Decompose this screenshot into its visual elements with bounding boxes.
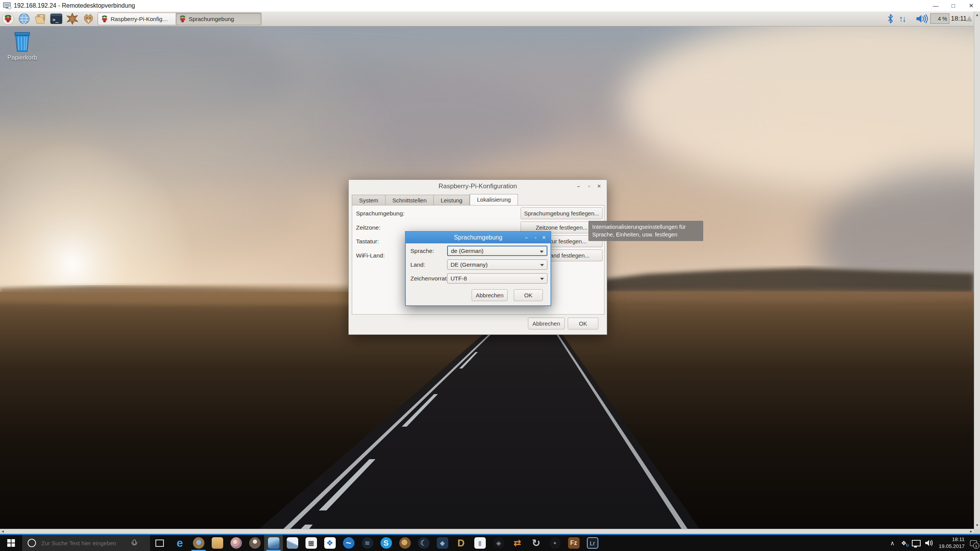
rdp-vertical-scrollbar[interactable]: ▲ ▼	[974, 11, 980, 529]
wifi-country-row-label: WiFi-Land:	[356, 249, 385, 261]
taskbar-app-remote-desktop[interactable]	[264, 535, 283, 551]
taskbar-app-openoffice[interactable]: ~	[339, 535, 358, 551]
locale-row-label: Sprachumgebung:	[356, 207, 405, 219]
satellite-app-icon: ✦	[549, 537, 561, 549]
chrome-icon	[193, 537, 204, 549]
volume-icon[interactable]	[916, 14, 929, 25]
clock-time: 18:11	[939, 536, 965, 543]
pi-launcher-terminal[interactable]: >_	[50, 12, 63, 25]
taskbar-app-lightroom[interactable]: Lr	[583, 535, 602, 551]
taskbar-app-satellite-app[interactable]: ✦	[546, 535, 564, 551]
config-cancel-button[interactable]: Abbrechen	[528, 318, 565, 329]
locale-cancel-button[interactable]: Abbrechen	[472, 289, 508, 301]
wolf-head-icon	[82, 13, 95, 24]
remote-config-icon	[287, 537, 298, 549]
volume-tray-icon[interactable]	[923, 535, 936, 551]
charset-value: UTF-8	[451, 275, 467, 282]
taskbar-app-filezilla[interactable]: Fz	[564, 535, 583, 551]
scroll-down-arrow[interactable]: ▼	[974, 522, 980, 529]
taskbar-app-diablo[interactable]: D	[452, 535, 470, 551]
taskbar-app-refresh-tool[interactable]: ↻	[527, 535, 546, 551]
locale-ok-button[interactable]: OK	[514, 289, 543, 301]
bluetooth-icon[interactable]	[887, 13, 893, 26]
minimize-icon[interactable]: –	[574, 180, 583, 193]
minimize-icon[interactable]: –	[522, 232, 531, 243]
tab-schnittstellen[interactable]: Schnittstellen	[385, 195, 434, 206]
locale-dialog-titlebar[interactable]: Sprachumgebung – ▫ ✕	[406, 232, 550, 243]
taskbar-app-remote-config[interactable]	[283, 535, 302, 551]
microphone-icon[interactable]	[131, 539, 137, 547]
desktop-icon-trash[interactable]: Papierkorb	[4, 31, 41, 61]
taskbar-app-game-figure[interactable]	[395, 535, 414, 551]
taskbar-app-moon-app[interactable]: ☾	[414, 535, 433, 551]
sync-tool-icon: ⇄	[512, 537, 523, 549]
tab-leistung[interactable]: Leistung	[434, 195, 470, 206]
config-ok-button[interactable]: OK	[568, 318, 598, 329]
dragon-game-icon: ◆	[437, 537, 448, 549]
remote-desktop-icon	[268, 537, 279, 549]
start-button[interactable]	[0, 535, 22, 551]
taskbar-clock[interactable]: 18:11 19.05.2017	[936, 535, 967, 551]
taskbar-app-dark-gem[interactable]: ◈	[489, 535, 508, 551]
raspberry-icon	[179, 15, 186, 23]
charset-dropdown[interactable]: UTF-8	[447, 273, 547, 284]
country-dropdown[interactable]: DE (Germany)	[447, 259, 547, 270]
taskbar-app-paint[interactable]	[227, 535, 245, 551]
rdp-horizontal-scrollbar[interactable]: ◄ ►	[0, 529, 974, 534]
tab-lokalisierung[interactable]: Lokalisierung	[470, 194, 518, 206]
gimp-icon	[249, 537, 261, 549]
taskbar-app-dropbox[interactable]: ❖	[320, 535, 339, 551]
search-input[interactable]	[41, 540, 130, 547]
close-icon[interactable]: ✕	[540, 232, 548, 243]
trash-icon	[10, 31, 34, 52]
locale-dialog-title: Sprachumgebung	[454, 234, 502, 241]
pi-launcher-browser[interactable]	[18, 12, 31, 25]
pi-menu-button[interactable]	[2, 12, 15, 25]
pi-launcher-mathematica[interactable]	[66, 12, 79, 25]
taskbar-app-chrome[interactable]	[189, 535, 208, 551]
keyboard-row-label: Tastatur:	[356, 235, 379, 247]
maximize-icon[interactable]: ▫	[531, 232, 540, 243]
rdp-maximize-button[interactable]: □	[944, 0, 962, 11]
rdp-minimize-button[interactable]: —	[927, 0, 944, 11]
scroll-up-arrow[interactable]: ▲	[974, 11, 980, 18]
scroll-right-arrow[interactable]: ►	[969, 529, 973, 534]
taskbar-app-edge[interactable]: e	[170, 535, 189, 551]
action-center-button[interactable]: 1	[967, 535, 980, 551]
taskbar-app-white-card[interactable]: ▮	[470, 535, 489, 551]
pi-taskbar-window-config[interactable]: Raspberry-Pi-Konfig…	[98, 13, 181, 25]
taskbar-app-dragon-game[interactable]: ◆	[433, 535, 452, 551]
hidden-icons-chevron[interactable]: ∧	[887, 535, 898, 551]
rdp-close-button[interactable]: ✕	[962, 0, 980, 11]
tooltip-line2: Sprache, Einheiten, usw. festlegen	[592, 231, 699, 238]
pi-launcher-file-manager[interactable]	[34, 12, 47, 25]
taskbar-app-skype[interactable]: S	[377, 535, 395, 551]
mathematica-spikey-icon	[66, 13, 78, 25]
refresh-tool-icon: ↻	[531, 537, 542, 549]
network-updown-icon[interactable]: ↑↓	[899, 11, 905, 26]
windows-tray: ∧ ❖ ↻ 18:11 19.05.2017 1	[887, 535, 980, 551]
close-icon[interactable]: ✕	[595, 180, 604, 193]
locale-dialog: Sprachumgebung – ▫ ✕ Sprache: de (German…	[405, 231, 551, 306]
scroll-left-arrow[interactable]: ◄	[1, 529, 5, 534]
dropbox-sync-icon[interactable]: ❖ ↻	[898, 535, 910, 551]
cpu-usage-monitor[interactable]: 4 %	[930, 13, 949, 24]
file-manager-folder-icon	[34, 13, 46, 24]
ejecter-icon[interactable]	[966, 16, 972, 21]
task-view-button[interactable]	[150, 535, 169, 551]
taskbar-app-calculator[interactable]: ▦	[302, 535, 320, 551]
pi-taskbar-window-locale[interactable]: Sprachumgebung	[176, 13, 261, 25]
network-tray-icon[interactable]	[910, 535, 923, 551]
taskbar-app-sync-tool[interactable]: ⇄	[508, 535, 527, 551]
taskbar-search[interactable]	[22, 535, 150, 551]
taskbar-app-gimp[interactable]	[245, 535, 264, 551]
maximize-icon[interactable]: ▫	[585, 180, 594, 193]
language-dropdown[interactable]: de (German)	[447, 246, 547, 256]
tab-system[interactable]: System	[352, 195, 385, 206]
config-dialog-titlebar[interactable]: Raspberry-Pi-Konfiguration – ▫ ✕	[349, 180, 607, 193]
taskbar-app-spotify[interactable]: ≋	[358, 535, 377, 551]
taskbar-app-file-explorer[interactable]	[208, 535, 227, 551]
set-locale-button[interactable]: Sprachumgebung festlegen...	[521, 207, 603, 219]
locale-button-tooltip: Internationalisierungseinstellungen für …	[588, 221, 703, 241]
pi-launcher-wolfram[interactable]	[82, 12, 95, 25]
